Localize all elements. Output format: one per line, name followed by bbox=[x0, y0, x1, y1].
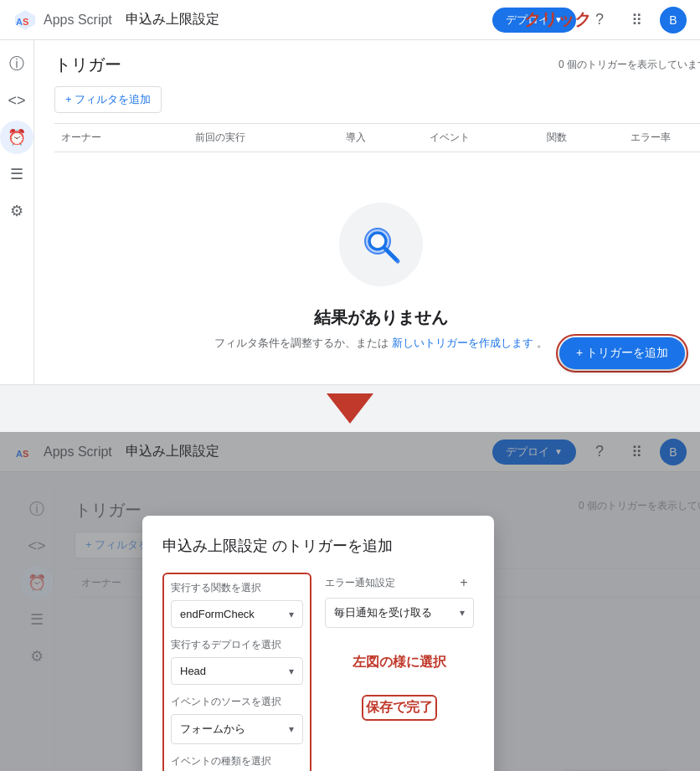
table-header: オーナー 前回の実行 導入 イベント 関数 エラー率 bbox=[54, 123, 700, 152]
sidebar-item-trigger[interactable]: ⏰ bbox=[0, 121, 33, 154]
deploy-select[interactable]: Head ▾ bbox=[171, 657, 303, 685]
magnifier-icon bbox=[358, 221, 404, 268]
app-name: Apps Script bbox=[44, 13, 112, 28]
col-error-rate: エラー率 bbox=[624, 131, 700, 145]
sidebar: ⓘ <> ⏰ ☰ ⚙ bbox=[0, 40, 34, 384]
error-add-button[interactable]: + bbox=[454, 573, 474, 593]
trigger-icon: ⏰ bbox=[8, 128, 26, 146]
info-icon: ⓘ bbox=[9, 54, 24, 74]
deploy-chevron-icon: ▾ bbox=[289, 666, 294, 677]
sidebar-item-code[interactable]: <> bbox=[0, 84, 33, 117]
event-source-select[interactable]: フォームから ▾ bbox=[171, 714, 303, 744]
top-header: A S Apps Script 申込み上限設定 デプロイ ▼ ? ⠿ B bbox=[0, 0, 700, 40]
error-notif-select[interactable]: 毎日通知を受け取る ▾ bbox=[325, 598, 474, 628]
page-title: 申込み上限設定 bbox=[126, 11, 219, 28]
svg-text:A: A bbox=[16, 17, 23, 27]
empty-icon bbox=[339, 203, 423, 286]
event-type-label: イベントの種類を選択 bbox=[171, 754, 303, 768]
function-chevron-icon: ▾ bbox=[289, 609, 294, 620]
list-icon: ☰ bbox=[10, 165, 23, 183]
modal-right-col: エラー通知設定 + 毎日通知を受け取る ▾ 左図の様に選択 保存で完了 bbox=[325, 573, 474, 771]
content-header: トリガー 0 個のトリガーを表示しています bbox=[54, 54, 700, 76]
trigger-count: 0 個のトリガーを表示しています bbox=[558, 58, 700, 72]
sidebar-item-settings[interactable]: ⚙ bbox=[0, 194, 33, 228]
filter-button[interactable]: + フィルタを追加 bbox=[54, 86, 162, 113]
create-trigger-link[interactable]: 新しいトリガーを作成します bbox=[392, 337, 533, 349]
apps-script-logo: A S bbox=[13, 8, 37, 32]
modal-overlay: 申込み上限設定 のトリガーを追加 実行する関数を選択 endFormCheck … bbox=[0, 432, 700, 771]
settings-icon: ⚙ bbox=[10, 202, 23, 220]
svg-text:S: S bbox=[23, 17, 28, 27]
main-content: トリガー 0 個のトリガーを表示しています + フィルタを追加 オーナー 前回の… bbox=[34, 40, 700, 384]
add-trigger-fab[interactable]: + トリガーを追加 bbox=[559, 337, 685, 369]
arrow-divider bbox=[0, 385, 700, 432]
save-note: 保存で完了 bbox=[366, 699, 433, 717]
modal-left-col: 実行する関数を選択 endFormCheck ▾ 実行するデプロイを選択 Hea… bbox=[162, 573, 311, 771]
col-function: 関数 bbox=[540, 131, 624, 145]
col-owner: オーナー bbox=[54, 131, 188, 145]
save-note-box: 保存で完了 bbox=[362, 695, 437, 721]
apps-grid-button[interactable]: ⠿ bbox=[623, 7, 650, 33]
deploy-label: 実行するデプロイを選択 bbox=[171, 638, 303, 652]
error-notif-label: エラー通知設定 bbox=[325, 576, 395, 590]
modal-title: 申込み上限設定 のトリガーを追加 bbox=[162, 536, 474, 556]
function-select[interactable]: endFormCheck ▾ bbox=[171, 600, 303, 628]
sidebar-item-info[interactable]: ⓘ bbox=[0, 47, 33, 80]
app-logo: A S Apps Script bbox=[13, 8, 112, 32]
trigger-modal: 申込み上限設定 のトリガーを追加 実行する関数を選択 endFormCheck … bbox=[142, 516, 494, 771]
note-text: 左図の様に選択 bbox=[325, 653, 474, 671]
fab-container: + トリガーを追加 bbox=[559, 337, 685, 369]
modal-columns: 実行する関数を選択 endFormCheck ▾ 実行するデプロイを選択 Hea… bbox=[162, 573, 474, 771]
svg-line-8 bbox=[384, 248, 396, 260]
col-deploy: 導入 bbox=[339, 131, 423, 145]
function-label: 実行する関数を選択 bbox=[171, 581, 303, 595]
down-arrow-icon bbox=[327, 393, 373, 424]
event-source-label: イベントのソースを選択 bbox=[171, 695, 303, 709]
col-last-run: 前回の実行 bbox=[188, 131, 339, 145]
left-col-redbox: 実行する関数を選択 endFormCheck ▾ 実行するデプロイを選択 Hea… bbox=[162, 573, 311, 771]
event-source-chevron-icon: ▾ bbox=[289, 723, 294, 735]
content-title: トリガー bbox=[54, 54, 121, 76]
empty-description: フィルタ条件を調整するか、または 新しいトリガーを作成します 。 bbox=[214, 336, 547, 351]
click-annotation: クリック bbox=[524, 8, 591, 31]
empty-title: 結果がありません bbox=[314, 306, 448, 329]
error-chevron-icon: ▾ bbox=[460, 607, 465, 619]
fab-click-box: + トリガーを追加 bbox=[556, 334, 688, 373]
sidebar-item-list[interactable]: ☰ bbox=[0, 157, 33, 191]
avatar[interactable]: B bbox=[660, 7, 687, 33]
col-event: イベント bbox=[423, 131, 540, 145]
code-icon: <> bbox=[8, 92, 25, 110]
